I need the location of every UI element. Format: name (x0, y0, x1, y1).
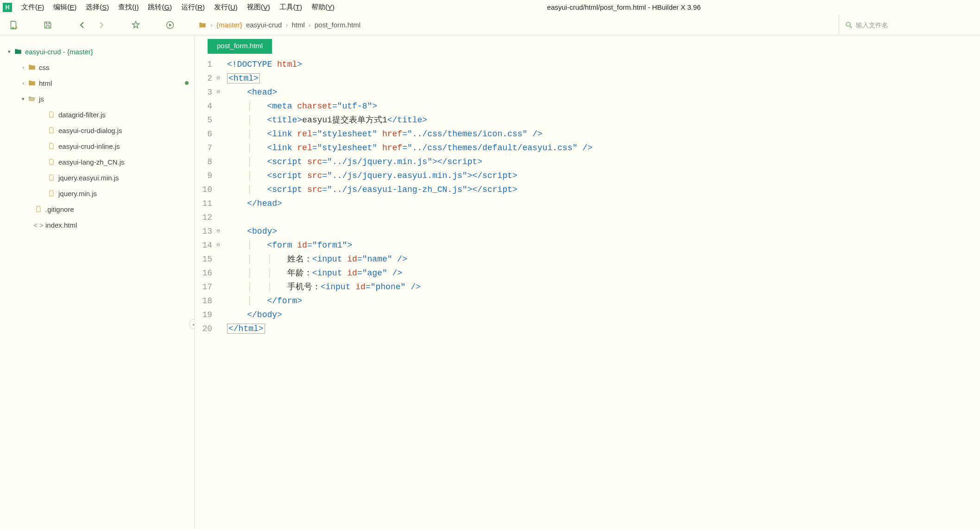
tree-file[interactable]: .gitignore (0, 201, 194, 217)
tree-label: easyui-crud-inline.js (58, 142, 194, 150)
svg-line-3 (850, 26, 852, 28)
fold-gutter[interactable]: ⊟⊟⊟⊟ (217, 57, 225, 529)
tree-label: easyui-crud (25, 48, 61, 56)
run-button[interactable] (160, 15, 180, 35)
tree-label: js (39, 95, 194, 103)
search-area (839, 15, 976, 35)
menu-item[interactable]: 选择(S) (81, 0, 114, 15)
svg-point-2 (846, 22, 850, 26)
folder-icon (27, 63, 37, 71)
collapse-sidebar-button[interactable]: ◀ (189, 319, 195, 329)
tree-file[interactable]: jquery.min.js (0, 185, 194, 201)
save-button[interactable] (38, 15, 57, 35)
chevron-down-icon[interactable]: ▾ (19, 96, 27, 102)
folder-open-icon (27, 95, 37, 103)
menu-item[interactable]: 发行(U) (209, 0, 242, 15)
breadcrumb-branch[interactable]: {master} (216, 21, 242, 29)
tree-label: easyui-crud-dialog.js (58, 127, 194, 134)
chevron-right-icon: › (285, 21, 288, 29)
tree-label: easyui-lang-zh_CN.js (58, 158, 194, 166)
chevron-right-icon: › (210, 21, 213, 29)
menu-item[interactable]: 查找(I) (114, 0, 143, 15)
code-editor[interactable]: 1234567891011121314151617181920 ⊟⊟⊟⊟ <!D… (195, 54, 980, 529)
breadcrumb-item[interactable]: easyui-crud (246, 21, 282, 29)
menu-item[interactable]: 工具(T) (275, 0, 307, 15)
tree-folder[interactable]: ›html (0, 75, 194, 91)
menu-item[interactable]: 跳转(G) (143, 0, 177, 15)
tree-label: css (39, 64, 194, 71)
folder-icon (198, 21, 207, 29)
tree-folder[interactable]: ›css (0, 59, 194, 75)
tree-folder[interactable]: ▾js (0, 91, 194, 107)
folder-icon (13, 47, 23, 56)
file-icon (46, 190, 57, 197)
tree-label: .gitignore (45, 205, 194, 213)
file-explorer: ▾ easyui-crud - {master} ›css›html▾jsdat… (0, 35, 195, 529)
menu-item[interactable]: 文件(F) (17, 0, 49, 15)
file-icon (46, 158, 57, 166)
breadcrumb: › {master} easyui-crud › html › post_for… (198, 21, 360, 29)
fold-toggle-icon[interactable]: ⊟ (217, 85, 220, 99)
tree-file[interactable]: easyui-crud-dialog.js (0, 122, 194, 138)
fold-toggle-icon[interactable]: ⊟ (217, 224, 220, 238)
window-title: easyui-crud/html/post_form.html - HBuild… (339, 3, 978, 11)
menu-item[interactable]: 视图(V) (242, 0, 275, 15)
tree-label: datagrid-filter.js (58, 111, 194, 119)
breadcrumb-item[interactable]: html (291, 21, 304, 29)
file-icon (33, 205, 44, 213)
file-icon (46, 127, 57, 134)
tree-file[interactable]: < >index.html (0, 217, 194, 233)
tree-branch: - {master} (61, 48, 93, 56)
back-button[interactable] (72, 15, 92, 35)
tree-file[interactable]: datagrid-filter.js (0, 107, 194, 122)
chevron-right-icon[interactable]: › (19, 64, 27, 70)
chevron-down-icon[interactable]: ▾ (6, 49, 13, 55)
tree-label: index.html (45, 221, 194, 229)
search-icon[interactable] (845, 21, 853, 29)
app-logo: H (3, 3, 12, 12)
line-gutter: 1234567891011121314151617181920 (195, 57, 217, 529)
file-icon (46, 142, 57, 150)
code-lines[interactable]: <!DOCTYPE html><html> <head> │ <meta cha… (225, 57, 980, 529)
tree-file[interactable]: easyui-lang-zh_CN.js (0, 154, 194, 170)
svg-text:+: + (15, 25, 18, 30)
folder-icon (27, 79, 37, 87)
tree-file[interactable]: easyui-crud-inline.js (0, 138, 194, 154)
menu-item[interactable]: 帮助(Y) (307, 0, 339, 15)
editor-tab[interactable]: post_form.html (208, 39, 272, 54)
menubar: H 文件(F)编辑(E)选择(S)查找(I)跳转(G)运行(R)发行(U)视图(… (0, 0, 980, 15)
tree-label: jquery.min.js (58, 190, 194, 198)
menu-item[interactable]: 运行(R) (177, 0, 209, 15)
search-input[interactable] (856, 21, 976, 29)
modified-dot-icon (185, 81, 189, 85)
chevron-right-icon: › (309, 21, 311, 29)
file-icon (46, 111, 57, 118)
file-icon (46, 174, 57, 181)
html-icon: < > (33, 221, 44, 229)
tree-root[interactable]: ▾ easyui-crud - {master} (0, 44, 194, 59)
forward-button[interactable] (92, 15, 111, 35)
tree-file[interactable]: jquery.easyui.min.js (0, 170, 194, 185)
tab-bar: post_form.html (195, 35, 980, 54)
new-file-button[interactable]: + (4, 15, 23, 35)
fold-toggle-icon[interactable]: ⊟ (217, 238, 220, 252)
chevron-right-icon[interactable]: › (19, 80, 27, 86)
favorite-button[interactable] (126, 15, 145, 35)
toolbar: + › {master} easyui-crud › html › post_f… (0, 15, 980, 35)
menu-item[interactable]: 编辑(E) (49, 0, 81, 15)
editor-area: post_form.html 1234567891011121314151617… (195, 35, 980, 529)
fold-toggle-icon[interactable]: ⊟ (217, 71, 220, 85)
breadcrumb-item[interactable]: post_form.html (315, 21, 360, 29)
tree-label: html (39, 79, 185, 87)
tree-label: jquery.easyui.min.js (58, 174, 194, 182)
